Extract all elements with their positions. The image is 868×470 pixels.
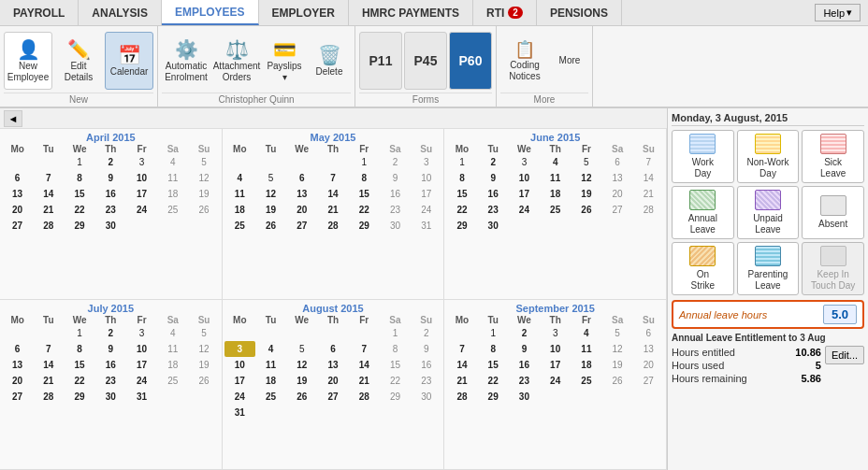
- non-work-day-button[interactable]: Non-WorkDay: [737, 130, 800, 183]
- day-cell[interactable]: 30: [95, 389, 126, 405]
- day-cell[interactable]: 15: [380, 357, 411, 373]
- day-cell[interactable]: 8: [380, 341, 411, 357]
- day-cell[interactable]: 7: [317, 170, 348, 186]
- day-cell[interactable]: 18: [224, 202, 255, 218]
- day-cell[interactable]: 24: [509, 202, 540, 218]
- day-cell[interactable]: 21: [446, 373, 477, 389]
- day-cell[interactable]: 24: [540, 373, 571, 389]
- parenting-leave-button[interactable]: ParentingLeave: [737, 242, 800, 295]
- day-cell[interactable]: 4: [157, 325, 188, 341]
- day-cell[interactable]: 26: [188, 202, 219, 218]
- day-cell[interactable]: 28: [633, 202, 664, 218]
- day-cell[interactable]: 27: [633, 373, 664, 389]
- day-cell[interactable]: 7: [446, 341, 477, 357]
- day-cell[interactable]: 11: [540, 170, 571, 186]
- day-cell[interactable]: 11: [157, 170, 188, 186]
- day-cell[interactable]: 2: [95, 154, 126, 170]
- day-cell[interactable]: 30: [478, 218, 509, 234]
- unpaid-leave-button[interactable]: UnpaidLeave: [737, 186, 800, 239]
- day-cell[interactable]: 19: [188, 186, 219, 202]
- day-cell[interactable]: 2: [95, 325, 126, 341]
- day-cell[interactable]: 30: [509, 389, 540, 405]
- day-cell[interactable]: 1: [478, 325, 509, 341]
- day-cell[interactable]: 3: [509, 154, 540, 170]
- day-cell[interactable]: 10: [411, 170, 441, 186]
- day-cell[interactable]: 21: [33, 202, 64, 218]
- day-cell[interactable]: 6: [602, 154, 633, 170]
- day-cell[interactable]: 28: [446, 389, 477, 405]
- day-cell[interactable]: 12: [571, 170, 601, 186]
- edit-details-button[interactable]: ✏️ EditDetails: [54, 32, 103, 90]
- day-cell[interactable]: 4: [540, 154, 571, 170]
- day-cell[interactable]: 2: [411, 325, 441, 341]
- day-cell[interactable]: 24: [126, 202, 157, 218]
- day-cell[interactable]: 12: [286, 357, 317, 373]
- day-cell[interactable]: 12: [602, 341, 633, 357]
- day-cell[interactable]: 17: [540, 357, 571, 373]
- day-cell[interactable]: 10: [540, 341, 571, 357]
- delete-button[interactable]: 🗑️ Delete: [308, 32, 351, 90]
- day-cell[interactable]: 31: [411, 218, 441, 234]
- day-cell[interactable]: 27: [286, 218, 317, 234]
- day-cell[interactable]: 11: [157, 341, 188, 357]
- day-cell[interactable]: 19: [286, 373, 317, 389]
- p11-button[interactable]: P11: [359, 32, 402, 90]
- day-cell[interactable]: 20: [317, 373, 348, 389]
- day-cell[interactable]: 23: [95, 373, 126, 389]
- day-cell[interactable]: 11: [571, 341, 601, 357]
- day-cell[interactable]: 23: [509, 373, 540, 389]
- day-cell[interactable]: 9: [95, 170, 126, 186]
- p60-button[interactable]: P60: [449, 32, 492, 90]
- day-cell[interactable]: 7: [33, 170, 64, 186]
- day-cell[interactable]: 28: [33, 218, 64, 234]
- day-cell[interactable]: 20: [2, 202, 33, 218]
- day-cell[interactable]: 20: [286, 202, 317, 218]
- day-cell[interactable]: 2: [509, 325, 540, 341]
- nav-employer[interactable]: EMPLOYER: [259, 0, 349, 25]
- day-cell[interactable]: 18: [157, 186, 188, 202]
- day-cell[interactable]: 28: [33, 389, 64, 405]
- nav-analysis[interactable]: ANALYSIS: [79, 0, 162, 25]
- day-cell[interactable]: 30: [411, 389, 441, 405]
- cal-prev-button[interactable]: ◄: [4, 110, 22, 127]
- day-cell[interactable]: 4: [571, 325, 601, 341]
- day-cell[interactable]: 9: [509, 341, 540, 357]
- day-cell[interactable]: 16: [95, 186, 126, 202]
- day-cell[interactable]: 29: [380, 389, 411, 405]
- day-cell[interactable]: 29: [446, 218, 477, 234]
- day-cell[interactable]: 11: [255, 357, 286, 373]
- day-cell[interactable]: 29: [64, 218, 94, 234]
- day-cell[interactable]: 5: [286, 341, 317, 357]
- day-cell[interactable]: 5: [188, 154, 219, 170]
- day-cell[interactable]: 22: [380, 373, 411, 389]
- day-cell[interactable]: 9: [411, 341, 441, 357]
- day-cell[interactable]: 13: [2, 357, 33, 373]
- day-cell[interactable]: 1: [380, 325, 411, 341]
- new-employee-button[interactable]: 👤 NewEmployee: [4, 32, 52, 90]
- nav-hmrc[interactable]: HMRC PAYMENTS: [349, 0, 473, 25]
- day-cell[interactable]: 18: [571, 357, 601, 373]
- day-cell[interactable]: 27: [602, 202, 633, 218]
- day-cell[interactable]: 25: [224, 218, 255, 234]
- day-cell[interactable]: 19: [602, 357, 633, 373]
- day-cell[interactable]: 12: [188, 170, 219, 186]
- day-cell[interactable]: 14: [33, 357, 64, 373]
- day-cell[interactable]: 16: [95, 357, 126, 373]
- day-cell[interactable]: 21: [317, 202, 348, 218]
- day-cell[interactable]: 31: [126, 389, 157, 405]
- day-cell[interactable]: 13: [602, 170, 633, 186]
- day-cell[interactable]: 6: [2, 170, 33, 186]
- day-cell[interactable]: 20: [633, 357, 664, 373]
- day-cell[interactable]: 5: [571, 154, 601, 170]
- day-cell[interactable]: 7: [33, 341, 64, 357]
- day-cell[interactable]: 6: [633, 325, 664, 341]
- day-cell[interactable]: 15: [64, 186, 94, 202]
- day-cell[interactable]: 16: [509, 357, 540, 373]
- day-cell[interactable]: 19: [571, 186, 601, 202]
- day-cell[interactable]: 1: [64, 154, 94, 170]
- day-cell[interactable]: 5: [602, 325, 633, 341]
- day-cell[interactable]: 22: [64, 373, 94, 389]
- coding-notices-button[interactable]: 📋 Coding Notices: [500, 32, 549, 90]
- day-cell[interactable]: 15: [446, 186, 477, 202]
- day-cell[interactable]: 9: [380, 170, 411, 186]
